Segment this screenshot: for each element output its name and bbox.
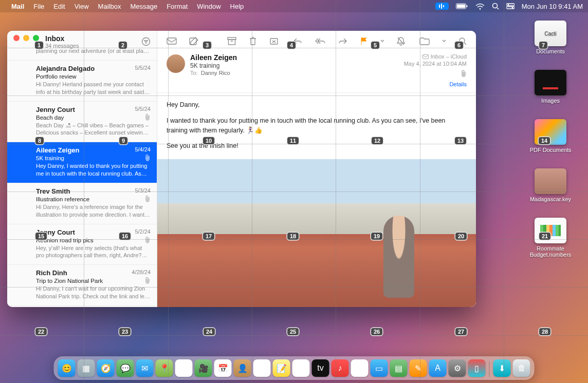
message-list-pane: Inbox 34 messages planning our next adve… [7, 31, 157, 307]
message-row[interactable]: Jenny CourtReunion road trip picsHey, y'… [7, 224, 157, 265]
move-menu-chevron-icon[interactable] [442, 37, 446, 45]
menu-message[interactable]: Message [130, 3, 157, 10]
menu-view[interactable]: View [75, 3, 89, 10]
dock-app-calendar[interactable]: 📅 [214, 359, 232, 377]
desktop-item[interactable]: PDF Documents [530, 119, 572, 153]
desktop-item-label: Madagascar.key [530, 196, 571, 202]
dock-app-music[interactable]: ♪ [332, 359, 349, 377]
message-list[interactable]: planning our next adventure (or at least… [7, 44, 157, 307]
close-window-button[interactable] [13, 35, 20, 41]
svg-rect-1 [441, 4, 442, 9]
row-subject: Beach day [36, 114, 151, 121]
search-icon[interactable] [458, 37, 467, 45]
details-button[interactable]: Details [404, 81, 467, 87]
desktop-item-label: Roommate Budget.numbers [522, 245, 579, 258]
menu-file[interactable]: File [33, 3, 44, 10]
message-row[interactable]: Alejandra DelgadoPortfolio reviewHi Dann… [7, 61, 157, 102]
dock-app-tv[interactable]: tv [312, 359, 329, 377]
new-message-icon[interactable] [189, 36, 198, 46]
message-row[interactable]: Trev SmithIllustration referenceHi Danny… [7, 183, 157, 224]
desktop-item[interactable]: Madagascar.key [530, 168, 571, 202]
junk-icon[interactable] [269, 37, 279, 45]
reply-all-icon[interactable] [315, 37, 326, 45]
move-icon[interactable] [419, 37, 430, 45]
menu-window[interactable]: Window [197, 3, 220, 10]
svg-line-24 [464, 43, 466, 45]
audio-indicator-icon[interactable] [435, 3, 449, 10]
sender-avatar[interactable] [167, 54, 185, 73]
flag-icon[interactable] [360, 37, 368, 45]
dock-app-freeform[interactable]: ✏︎ [292, 359, 310, 377]
mute-icon[interactable] [397, 36, 405, 46]
row-date: 5/2/24 [135, 228, 151, 235]
desktop-item-label: Documents [536, 48, 565, 54]
dock-app-photos[interactable]: ❁ [175, 359, 193, 377]
desktop-item-label: Images [541, 98, 560, 104]
svg-rect-20 [229, 40, 235, 45]
grid-cell-24: 24 [204, 328, 215, 335]
svg-rect-11 [506, 7, 514, 9]
svg-rect-2 [443, 5, 444, 7]
dock-app-news[interactable]: N [351, 359, 369, 377]
archive-icon[interactable] [227, 37, 236, 45]
menu-mailbox[interactable]: Mailbox [98, 3, 121, 10]
dock-trash[interactable]: 🗑 [513, 359, 530, 377]
message-attachment-image[interactable] [157, 159, 476, 307]
message-subject: 5K training [190, 62, 399, 69]
row-from: Aileen Zeigen [36, 146, 151, 154]
dock-app-keynote[interactable]: ▭ [371, 359, 388, 377]
toolbar [157, 31, 476, 51]
attachment-icon [145, 237, 151, 244]
dock-app-launchpad[interactable]: ▦ [78, 359, 95, 377]
dock-app-numbers[interactable]: ▤ [390, 359, 408, 377]
dock-app-maps[interactable]: 📍 [156, 359, 173, 377]
menu-format[interactable]: Format [167, 3, 188, 10]
dock-app-reminders[interactable]: ☰ [253, 359, 271, 377]
flag-menu-chevron-icon[interactable] [380, 37, 384, 45]
message-row[interactable]: Rich DinhTrip to Zion National ParkHi Da… [7, 265, 157, 306]
row-preview: Hi Danny, I can't wait for our upcoming … [36, 285, 151, 300]
dock-app-contacts[interactable]: 👤 [234, 359, 251, 377]
message-row[interactable]: Jenny CourtBeach dayBeach Day 🏖 – Chill … [7, 102, 157, 143]
forward-icon[interactable] [338, 37, 347, 45]
control-center-icon[interactable] [506, 3, 514, 9]
dock-app-settings[interactable]: ⚙︎ [449, 359, 466, 377]
dock-app-iphone[interactable]: ▯ [468, 359, 486, 377]
dock-downloads[interactable]: ⬇︎ [493, 359, 511, 377]
app-menu[interactable]: Mail [11, 3, 24, 10]
row-subject: Portfolio review [36, 73, 151, 80]
attachment-icon [145, 155, 151, 162]
desktop-item[interactable]: Roommate Budget.numbers [522, 218, 579, 258]
svg-rect-4 [457, 5, 465, 8]
dock-app-finder[interactable]: 😊 [58, 359, 76, 377]
menubar-clock[interactable]: Mon Jun 10 9:41 AM [522, 3, 583, 10]
desktop-item[interactable]: CactiDocuments [535, 21, 566, 54]
wifi-icon[interactable] [475, 3, 485, 10]
reply-icon[interactable] [293, 37, 302, 45]
row-subject: Reunion road trip pics [36, 237, 151, 243]
battery-icon[interactable] [456, 3, 468, 9]
row-preview: Hey Danny, I wanted to thank you for put… [36, 162, 151, 178]
message-body: Hey Danny, I wanted to thank you for put… [157, 93, 476, 157]
trash-icon[interactable] [249, 36, 257, 46]
grid-cell-25: 25 [287, 328, 299, 335]
menu-edit[interactable]: Edit [53, 3, 65, 10]
svg-point-23 [460, 38, 465, 43]
message-row[interactable]: Aileen Zeigen5K trainingHey Danny, I wan… [7, 142, 157, 183]
dock-app-messages[interactable]: 💬 [117, 359, 134, 377]
dock-app-appstore[interactable]: A [429, 359, 447, 377]
desktop-item[interactable]: Images [535, 70, 566, 104]
message-row[interactable]: planning our next adventure (or at least… [7, 44, 157, 61]
dock-app-notes[interactable]: 📝 [273, 359, 290, 377]
dock-app-facetime[interactable]: 🎥 [195, 359, 212, 377]
spotlight-icon[interactable] [492, 3, 499, 10]
minimize-window-button[interactable] [23, 35, 29, 41]
compose-icon[interactable] [167, 37, 177, 45]
message-row[interactable]: Herland AntezanaResumeI've attached Elto… [7, 306, 157, 307]
row-subject: 5K training [36, 155, 151, 161]
dock-app-mail[interactable]: ✉︎ [136, 359, 154, 377]
dock-app-safari[interactable]: 🧭 [97, 359, 115, 377]
menu-help[interactable]: Help [230, 3, 244, 10]
dock-app-pages[interactable]: ✎ [410, 359, 427, 377]
zoom-window-button[interactable] [33, 35, 39, 41]
